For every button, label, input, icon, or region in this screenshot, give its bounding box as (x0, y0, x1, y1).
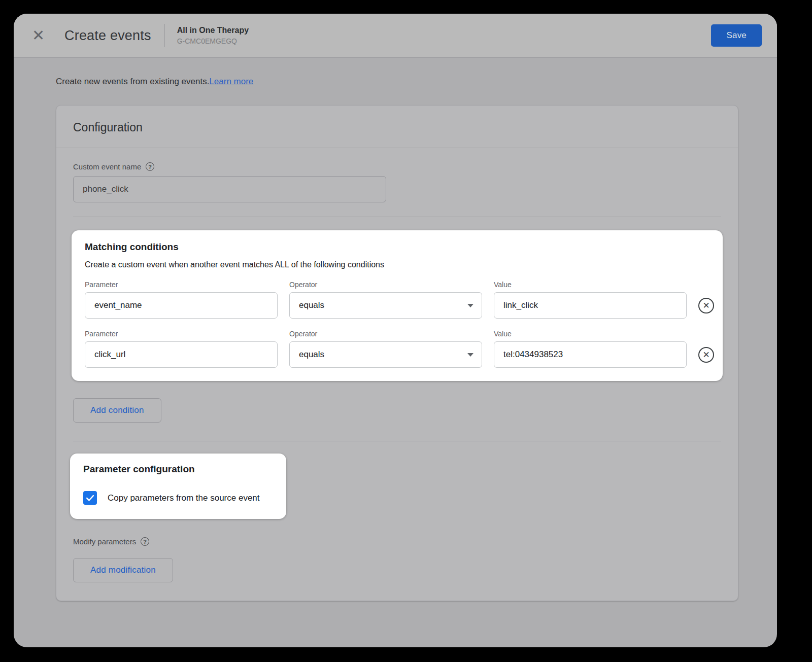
page-title: Create events (64, 28, 151, 44)
help-icon[interactable]: ? (141, 537, 149, 546)
parameter-label: Parameter (85, 330, 278, 338)
intro-sentence: Create new events from existing events. (56, 77, 209, 86)
close-icon[interactable]: ✕ (32, 28, 54, 43)
operator-label: Operator (289, 281, 482, 289)
modal-header: ✕ Create events All in One Therapy G-CMC… (14, 14, 777, 57)
value-label: Value (494, 330, 687, 338)
remove-condition-icon[interactable]: ✕ (698, 298, 714, 313)
parameter-configuration-card: Parameter configuration Copy parameters … (70, 454, 286, 519)
parameter-input[interactable] (94, 300, 269, 310)
matching-conditions-card: Matching conditions Create a custom even… (72, 230, 723, 381)
custom-event-name-section: Custom event name ? (73, 162, 721, 202)
section-divider (73, 441, 721, 441)
remove-condition-icon[interactable]: ✕ (698, 347, 714, 363)
learn-more-link[interactable]: Learn more (209, 77, 253, 86)
property-name: All in One Therapy (177, 26, 249, 35)
matching-conditions-description: Create a custom event when another event… (85, 260, 709, 269)
value-input[interactable] (503, 300, 678, 310)
copy-parameters-checkbox[interactable] (83, 491, 97, 505)
add-condition-button[interactable]: Add condition (73, 398, 161, 423)
header-divider (164, 24, 165, 47)
intro-text: Create new events from existing events.L… (56, 77, 739, 87)
property-info: All in One Therapy G-CMC0EMGEGQ (177, 26, 249, 45)
operator-value: equals (299, 350, 324, 360)
parameter-configuration-title: Parameter configuration (83, 464, 273, 475)
property-id: G-CMC0EMGEGQ (177, 37, 249, 45)
help-icon[interactable]: ? (146, 162, 154, 171)
create-events-modal: ✕ Create events All in One Therapy G-CMC… (14, 14, 777, 647)
operator-select[interactable]: equals (289, 292, 482, 319)
custom-event-name-input[interactable] (73, 176, 386, 202)
modal-body: Create new events from existing events.L… (14, 57, 777, 601)
operator-select[interactable]: equals (289, 341, 482, 368)
checkmark-icon (85, 493, 95, 503)
matching-conditions-title: Matching conditions (85, 241, 709, 253)
configuration-title: Configuration (56, 106, 738, 148)
condition-row: Parameter Operator equals Value (85, 281, 709, 319)
chevron-down-icon (467, 353, 473, 357)
configuration-card: Configuration Custom event name ? Matchi… (56, 105, 738, 601)
custom-event-name-label: Custom event name (73, 162, 141, 171)
condition-row: Parameter Operator equals Value (85, 330, 709, 368)
add-modification-button[interactable]: Add modification (73, 558, 173, 582)
chevron-down-icon (467, 304, 473, 307)
operator-label: Operator (289, 330, 482, 338)
value-label: Value (494, 281, 687, 289)
section-divider (73, 217, 721, 217)
copy-parameters-label: Copy parameters from the source event (108, 493, 260, 503)
parameter-label: Parameter (85, 281, 278, 289)
save-button[interactable]: Save (711, 24, 762, 47)
value-input[interactable] (503, 350, 678, 360)
parameter-input[interactable] (94, 350, 269, 360)
modify-parameters-label: Modify parameters (73, 537, 136, 546)
operator-value: equals (299, 300, 324, 310)
